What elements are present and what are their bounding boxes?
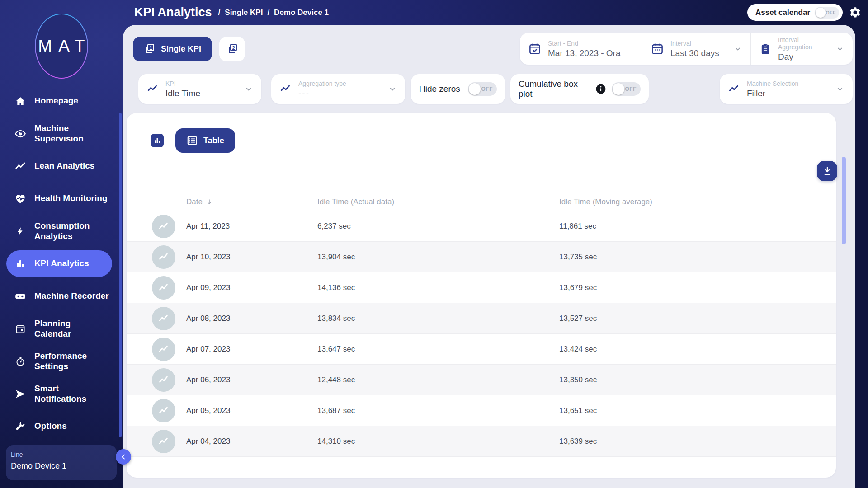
trend-icon [158,374,170,386]
start-end-value: Mar 13, 2023 - Ora [548,48,621,58]
cell-moving: 13,651 sec [559,406,818,415]
interval-selector[interactable]: Interval Last 30 days [642,33,750,65]
breadcrumb-item[interactable]: Demo Device 1 [274,8,329,17]
aggregation-type-selector[interactable]: Aggregation type --- [271,74,405,104]
content-scrollbar-thumb[interactable] [842,157,846,244]
cumulative-box-plot-control: Cumulative box plot OFF [510,74,649,104]
chevron-down-icon [733,44,742,53]
bar-chart-icon [153,136,161,145]
cumulative-box-plot-toggle[interactable]: OFF [612,82,641,96]
aggregation-type-label: Aggregation type [298,80,346,87]
sidebar-item-machine-supervision[interactable]: Machine Supervision [6,120,112,147]
trend-icon [158,282,170,294]
page-title: KPI Analytics [134,5,212,19]
kpi-value: Idle Time [165,89,200,99]
interval-aggregation-label: Interval Aggregation [778,36,829,51]
cell-moving: 13,639 sec [559,437,818,446]
kpi-row-avatar [152,338,175,361]
breadcrumb: /Single KPI/Demo Device 1 [218,8,329,17]
sidebar-item-planning-calendar[interactable]: Planning Calendar [6,315,112,342]
cell-actual: 13,904 sec [317,253,559,262]
table-card: Table Date Idle Time [127,113,836,478]
main-area: KPI Analytics /Single KPI/Demo Device 1 … [123,0,868,488]
line-label: Line [11,451,112,458]
single-kpi-tab[interactable]: 1 Single KPI [133,37,212,61]
calendar-icon [14,323,26,335]
device-selector-panel[interactable]: Line Demo Device 1 [6,445,117,480]
table-row: Apr 08, 2023 13,834 sec 13,527 sec [127,303,836,334]
sidebar-item-smart-notifications[interactable]: Smart Notifications [6,380,112,407]
cell-date: Apr 10, 2023 [186,253,317,262]
sidebar-item-machine-recorder[interactable]: Machine Recorder [6,283,112,310]
chevron-down-icon [835,44,844,53]
sidebar-item-lean-analytics[interactable]: Lean Analytics [6,153,112,179]
download-button[interactable] [817,161,837,181]
table-header-row: Date Idle Time (Actual data) Idle Time (… [127,193,836,211]
single-kpi-label: Single KPI [161,44,201,54]
app-root: MAT Homepage Machine Supervision Lean An… [0,0,868,488]
trend-icon [146,83,158,95]
interval-aggregation-value: Day [778,52,829,62]
asset-calendar-toggle[interactable]: OFF [815,7,839,19]
sidebar-item-consumption-analytics[interactable]: Consumption Analytics [6,218,112,244]
sidebar-collapse-button[interactable] [116,449,131,465]
top-bar: KPI Analytics /Single KPI/Demo Device 1 … [123,0,868,25]
svg-text:2: 2 [232,45,235,51]
kpi-selector[interactable]: KPI Idle Time [138,74,261,104]
kpi-row-avatar [152,307,175,330]
start-end-selector[interactable]: Start - End Mar 13, 2023 - Ora [520,33,642,65]
device-name: Demo Device 1 [11,461,112,471]
cell-moving: 13,735 sec [559,253,818,262]
calendar-icon [651,42,664,56]
chevron-left-icon [119,453,127,461]
sidebar-item-kpi-analytics[interactable]: KPI Analytics [6,250,112,277]
settings-button[interactable] [849,6,861,19]
breadcrumb-separator: / [267,8,269,17]
interval-aggregation-selector[interactable]: Interval Aggregation Day [750,33,853,65]
breadcrumb-item[interactable]: Single KPI [225,8,263,17]
sidebar-scrollbar[interactable] [119,113,122,437]
cell-actual: 13,834 sec [317,314,559,323]
toggle-state-label: OFF [625,86,637,92]
table-row: Apr 09, 2023 14,136 sec 13,679 sec [127,272,836,303]
hide-zeros-control: Hide zeros OFF [411,74,505,104]
multi-kpi-tab[interactable]: 2 [219,37,245,61]
trend-icon [158,313,170,324]
trend-icon [728,83,740,95]
eye-icon [14,128,26,140]
toggle-knob [816,8,826,18]
trend-icon [14,160,26,172]
trend-icon [158,405,170,417]
filter-row-secondary: KPI Idle Time Aggregation type --- [138,74,853,104]
sidebar-item-options[interactable]: Options [6,413,112,440]
bolt-icon [14,225,26,237]
sidebar-item-performance-settings[interactable]: Performance Settings [6,348,112,375]
trend-icon [158,436,170,447]
cell-date: Apr 04, 2023 [186,437,317,446]
chevron-down-icon [835,84,844,94]
trend-icon [158,251,170,263]
heart-pulse-icon [14,193,26,205]
send-icon [14,388,26,400]
cell-date: Apr 11, 2023 [186,222,317,231]
trend-icon [158,221,170,232]
chart-view-button[interactable] [151,134,164,147]
stopwatch-icon [14,356,26,367]
cell-actual: 6,237 sec [317,222,559,231]
table-body: Apr 11, 2023 6,237 sec 11,861 sec Apr 10… [127,211,836,457]
hide-zeros-toggle[interactable]: OFF [468,82,497,96]
cell-date: Apr 09, 2023 [186,283,317,292]
hide-zeros-label: Hide zeros [419,84,460,94]
column-header-actual: Idle Time (Actual data) [317,197,559,206]
sidebar-item-health-monitoring[interactable]: Health Monitoring [6,185,112,212]
sidebar-item-homepage[interactable]: Homepage [6,88,112,114]
table-view-button[interactable]: Table [175,128,235,153]
asset-calendar-label: Asset calendar [755,8,810,17]
aggregation-type-value: --- [298,89,346,99]
machine-selection-selector[interactable]: Machine Selection Filler [720,74,853,104]
kpi-row-avatar [152,430,175,453]
info-icon[interactable] [595,84,606,94]
view-toggle-toolbar: Table [127,113,836,153]
filter-row-primary: 1 Single KPI 2 Start - End [133,33,853,65]
column-header-date[interactable]: Date [186,197,317,206]
